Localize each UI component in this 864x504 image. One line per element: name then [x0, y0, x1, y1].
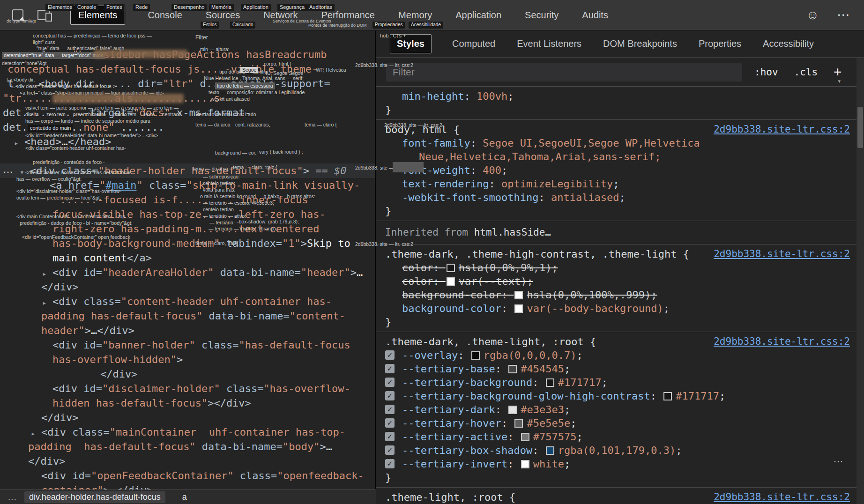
dom-tree-line[interactable]: </div>: [0, 367, 375, 381]
tab-computed[interactable]: Computed: [451, 36, 496, 52]
color-swatch[interactable]: [514, 304, 523, 313]
color-swatch[interactable]: [663, 392, 672, 400]
hov-toggle-button[interactable]: :hov: [754, 67, 778, 78]
color-swatch[interactable]: [508, 406, 517, 414]
dom-tree-line[interactable]: t....<body dir...... dir="ltr" d....aria…: [0, 76, 375, 91]
dom-tree-line[interactable]: </div>: [0, 454, 375, 468]
css-declaration[interactable]: -webkit-font-smoothing: antialiased;: [376, 191, 857, 204]
tab-security[interactable]: Security: [524, 7, 559, 24]
rule-selector[interactable]: .theme-dark, .theme-high-contrast, .them…: [385, 247, 689, 261]
collapse-arrow-icon[interactable]: ▾: [20, 165, 24, 179]
tab-elements[interactable]: Elements: [70, 6, 125, 25]
css-declaration[interactable]: ✓--tertiary-active: #757575;: [376, 430, 857, 444]
dom-tree-line[interactable]: hidden has-default-focus"></div>: [0, 396, 375, 410]
color-swatch[interactable]: [521, 460, 529, 468]
tab-styles[interactable]: Styles: [390, 34, 432, 53]
stylesheet-link[interactable]: 2d9bb338.site-ltr.css:2: [714, 335, 850, 348]
css-declaration[interactable]: ✓--tertiary-base: #454545;: [376, 362, 857, 376]
declaration-checkbox[interactable]: ✓: [385, 391, 395, 400]
tab-performance[interactable]: Performance: [320, 7, 376, 24]
declaration-checkbox[interactable]: ✓: [385, 418, 395, 428]
css-declaration[interactable]: color: hsla(0,0%,9%,1);: [376, 261, 857, 274]
expand-arrow-icon[interactable]: ▸: [42, 267, 47, 281]
feedback-smiley-icon[interactable]: ☺: [806, 9, 819, 22]
css-declaration[interactable]: ✓--tertiary-dark: #e3e3e3;: [376, 403, 857, 416]
declaration-checkbox[interactable]: ✓: [385, 378, 395, 387]
dom-tree-line[interactable]: <div id="banner-holder" class="has-defau…: [0, 338, 375, 352]
declaration-checkbox[interactable]: ✓: [385, 364, 395, 373]
css-declaration[interactable]: min-height: 100vh;: [376, 89, 857, 103]
color-swatch[interactable]: [546, 446, 554, 455]
dom-tree-line[interactable]: <div id="openFeedbackContainer" class="o…: [0, 468, 375, 483]
tab-audits[interactable]: Audits: [581, 7, 609, 24]
dom-tree-line[interactable]: </div>: [0, 280, 375, 294]
inspect-element-icon[interactable]: [12, 9, 23, 21]
css-declaration[interactable]: font-family: Segoe UI,SegoeUI,Segoe WP,H…: [376, 136, 857, 150]
css-declaration[interactable]: Neue,Helvetica,Tahoma,Arial,sans-serif;: [376, 150, 857, 163]
stylesheet-link[interactable]: 2d9bb338.site-ltr.css:2: [714, 247, 850, 261]
more-menu-icon[interactable]: ⋯: [837, 8, 850, 22]
dom-tree-line[interactable]: <div id="disclaimer-holder" class="has-o…: [0, 381, 375, 396]
new-style-rule-button[interactable]: +: [834, 64, 842, 80]
color-swatch[interactable]: [471, 351, 480, 360]
dom-tree-line[interactable]: padding has-default-focus" data-bi-name=…: [0, 309, 375, 323]
css-declaration[interactable]: ✓--tertiary-invert: white;: [376, 457, 857, 471]
tab-sources[interactable]: Sources: [205, 7, 241, 24]
css-declaration[interactable]: ✓--tertiary-background: #171717;: [376, 376, 857, 389]
tab-memory[interactable]: Memory: [397, 7, 433, 24]
rule-selector[interactable]: body, html {: [385, 123, 460, 136]
dom-tree-line[interactable]: has-body-background-medium" tabindex="1"…: [0, 236, 375, 251]
dom-tree-line[interactable]: main content</a>: [0, 251, 375, 265]
color-swatch[interactable]: [447, 277, 455, 286]
dom-tree-line[interactable]: ▸<div class="content-header uhf-containe…: [0, 294, 375, 309]
tab-network[interactable]: Network: [262, 7, 298, 24]
dom-tree-line[interactable]: conceptual has-default-focus js....-visi…: [0, 62, 375, 76]
dom-tree-line[interactable]: det..........none" .......: [0, 120, 375, 134]
expand-arrow-icon[interactable]: ▸: [42, 296, 47, 310]
dom-tree-line[interactable]: <a href="#main" class="skip-to-main-link…: [0, 178, 375, 193]
dom-tree-line[interactable]: padding has-default-focus" data-bi-name=…: [0, 439, 375, 454]
dom-tree-line[interactable]: has-overflow-hidden">: [0, 352, 375, 367]
styles-scrollbar[interactable]: [857, 58, 864, 504]
css-declaration[interactable]: ✓--tertiary-box-shadow: rgba(0,101,179,0…: [376, 444, 857, 457]
inherited-element-link[interactable]: html.hasSide…: [474, 227, 551, 238]
color-swatch[interactable]: [447, 264, 455, 272]
dom-tree-line[interactable]: ▸<div class="mainContainer uhf-container…: [0, 425, 375, 439]
declaration-checkbox[interactable]: ✓: [385, 350, 395, 360]
dom-tree-line[interactable]: right-zero has-padding-m......text-cente…: [0, 222, 375, 236]
dom-tree-line[interactable]: focus-visible has-top-ze......left-zero …: [0, 207, 375, 222]
expand-arrow-icon[interactable]: ▸: [14, 136, 19, 150]
dom-tree-line[interactable]: [0, 149, 375, 163]
dom-tree-line[interactable]: ......-focused is-f..........inner-focus: [0, 193, 375, 207]
cls-toggle-button[interactable]: .cls: [794, 67, 818, 78]
css-declaration[interactable]: color: var(--text);: [376, 274, 857, 288]
breadcrumb-item-header-holder[interactable]: div.header-holder.has-default-focus: [24, 491, 165, 503]
dom-tree-line[interactable]: </div>: [0, 410, 375, 425]
css-declaration[interactable]: ✓--tertiary-hover: #5e5e5e;: [376, 416, 857, 430]
expand-arrow-icon[interactable]: ▸: [31, 426, 36, 441]
stylesheet-link[interactable]: 2d9bb338.site-ltr.css:2: [714, 490, 850, 504]
declaration-checkbox[interactable]: ✓: [385, 459, 395, 468]
tab-console[interactable]: Console: [147, 7, 183, 24]
declaration-checkbox[interactable]: ✓: [385, 432, 395, 441]
color-swatch[interactable]: [514, 419, 523, 428]
dom-tree-line[interactable]: class="has-sidebar hasPageActions hasBre…: [0, 47, 375, 62]
breadcrumb-item-anchor[interactable]: a: [182, 492, 187, 502]
tab-dom-breakpoints[interactable]: DOM Breakpoints: [602, 36, 678, 52]
rule-selector[interactable]: .theme-dark, .theme-light, :root {: [385, 335, 596, 348]
color-swatch[interactable]: [514, 291, 523, 299]
css-declaration[interactable]: font-weight: 400;: [376, 163, 857, 177]
stylesheet-link[interactable]: 2d9bb338.site-ltr.css:2: [714, 123, 850, 136]
color-swatch[interactable]: [508, 365, 517, 373]
device-toolbar-icon[interactable]: [37, 10, 50, 20]
tab-properties[interactable]: Properties: [698, 36, 742, 52]
dom-tree-line[interactable]: ▾<div class="header-holder has-default-f…: [0, 163, 375, 178]
css-declaration[interactable]: background-color: var(--body-background)…: [376, 302, 857, 315]
tab-event-listeners[interactable]: Event Listeners: [516, 36, 582, 52]
scrollbar-thumb[interactable]: [857, 107, 863, 148]
dom-tree-line[interactable]: det..........-target="docs" x-ms-format-: [0, 105, 375, 120]
css-declaration[interactable]: text-rendering: optimizeLegibility;: [376, 177, 857, 191]
tab-application[interactable]: Application: [454, 7, 502, 24]
css-declaration[interactable]: background-color: hsla(0,0%,100%,.999);: [376, 288, 857, 302]
styles-filter-input[interactable]: Filter: [386, 63, 742, 82]
